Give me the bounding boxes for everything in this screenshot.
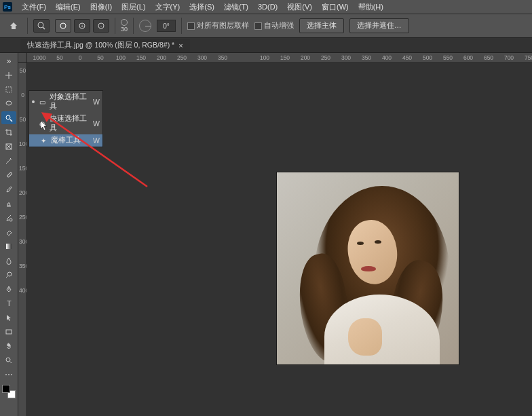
- marquee-tool[interactable]: [1, 83, 16, 96]
- menu-file[interactable]: 文件(F): [18, 1, 50, 14]
- menu-bar: Ps 文件(F) 编辑(E) 图像(I) 图层(L) 文字(Y) 选择(S) 滤…: [0, 0, 532, 14]
- select-subject-button[interactable]: 选择主体: [299, 18, 344, 33]
- flyout-shortcut: W: [93, 119, 100, 128]
- htick: 600: [463, 54, 473, 61]
- eraser-tool[interactable]: [1, 225, 16, 238]
- zoom-icon: [5, 356, 13, 364]
- color-swatches[interactable]: [2, 385, 16, 398]
- crop-icon: [5, 128, 13, 136]
- menu-select[interactable]: 选择(S): [185, 1, 218, 14]
- menu-window[interactable]: 窗口(W): [318, 1, 353, 14]
- menu-layer[interactable]: 图层(L): [117, 1, 149, 14]
- auto-enhance-label: 自动增强: [264, 21, 294, 29]
- hand-tool[interactable]: [1, 339, 16, 352]
- htick: 500: [423, 54, 432, 61]
- brush-icon: [5, 185, 13, 193]
- add-selection-button[interactable]: +: [74, 19, 90, 33]
- dodge-tool[interactable]: [1, 268, 16, 281]
- vtick: 200: [19, 191, 26, 196]
- tool-chevron[interactable]: »: [1, 54, 16, 67]
- canvas-image: [276, 172, 459, 365]
- htick: 150: [136, 54, 146, 61]
- canvas-workspace[interactable]: 1000 50 0 50 100 150 200 250 300 350 100…: [18, 53, 532, 416]
- stamp-icon: [5, 200, 13, 208]
- angle-input[interactable]: [157, 20, 176, 32]
- separator: [133, 18, 134, 34]
- svg-point-8: [6, 115, 10, 119]
- selection-mode-group: + -: [55, 19, 109, 33]
- new-selection-button[interactable]: [55, 19, 71, 33]
- eyedropper-icon: [5, 157, 13, 165]
- lasso-tool[interactable]: [1, 97, 16, 110]
- frame-tool[interactable]: [1, 140, 16, 153]
- htick: 400: [382, 54, 392, 61]
- type-tool[interactable]: T: [1, 297, 16, 309]
- brush-circle-icon: [121, 19, 128, 26]
- blur-tool[interactable]: [1, 254, 16, 267]
- menu-filter[interactable]: 滤镜(T): [220, 1, 252, 14]
- angle-dial[interactable]: [139, 20, 151, 32]
- quick-select-tool[interactable]: [1, 111, 16, 124]
- image-content: [348, 318, 382, 356]
- current-tool-icon[interactable]: [33, 19, 50, 33]
- svg-text:+: +: [81, 23, 84, 29]
- menu-view[interactable]: 视图(V): [283, 1, 316, 14]
- select-and-mask-button[interactable]: 选择并遮住…: [349, 18, 409, 33]
- htick: 650: [484, 54, 493, 61]
- document-tab[interactable]: 快速选择工具.jpg @ 100% (图层 0, RGB/8#) * ×: [20, 39, 190, 52]
- auto-enhance-checkbox[interactable]: 自动增强: [254, 21, 294, 31]
- image-content: [375, 240, 381, 244]
- brush-size-picker[interactable]: 30: [121, 19, 128, 33]
- toolbar-more[interactable]: ⋯: [1, 368, 16, 381]
- brush-add-icon: +: [78, 22, 86, 30]
- htick: 150: [280, 54, 290, 61]
- rect-icon: [5, 328, 13, 336]
- menu-image[interactable]: 图像(I): [86, 1, 116, 14]
- crop-tool[interactable]: [1, 126, 16, 138]
- zoom-tool[interactable]: [1, 354, 16, 366]
- vtick: 400: [19, 288, 26, 294]
- main-area: » T ⋯ 1000 50 0 50: [0, 53, 532, 416]
- menu-edit[interactable]: 编辑(E): [52, 1, 85, 14]
- subtract-selection-button[interactable]: -: [93, 19, 109, 33]
- type-icon: T: [5, 299, 13, 307]
- htick: 250: [321, 54, 330, 61]
- menu-type[interactable]: 文字(Y): [151, 1, 185, 14]
- htick: 100: [260, 54, 269, 61]
- bandage-icon: [5, 171, 13, 179]
- flyout-label: 对象选择工具: [50, 92, 90, 111]
- menu-help[interactable]: 帮助(H): [354, 1, 387, 14]
- history-brush-tool[interactable]: [1, 211, 16, 224]
- vtick: 50: [19, 117, 26, 123]
- htick: 750: [525, 54, 532, 61]
- htick: 450: [402, 54, 412, 61]
- healing-tool[interactable]: [1, 168, 16, 181]
- path-select-tool[interactable]: [1, 311, 16, 324]
- object-select-icon: ▭: [39, 97, 48, 107]
- flyout-object-selection[interactable]: ▭ 对象选择工具 W: [29, 91, 102, 113]
- checkbox-icon: [187, 22, 195, 30]
- flyout-magic-wand[interactable]: ✦ 魔棒工具 W: [29, 134, 102, 147]
- shape-tool[interactable]: [1, 325, 16, 338]
- move-tool[interactable]: [1, 69, 16, 81]
- separator: [27, 18, 28, 34]
- svg-rect-10: [7, 172, 12, 177]
- vtick: 300: [19, 240, 26, 245]
- pen-tool[interactable]: [1, 282, 16, 295]
- tab-close-button[interactable]: ×: [178, 41, 183, 50]
- sample-all-layers-checkbox[interactable]: 对所有图层取样: [187, 21, 249, 31]
- home-button[interactable]: [5, 18, 22, 34]
- home-icon: [9, 21, 18, 31]
- brush-new-icon: [59, 22, 67, 30]
- brush-tool[interactable]: [1, 183, 16, 195]
- droplet-icon: [5, 257, 13, 265]
- htick: 250: [177, 54, 187, 61]
- flyout-shortcut: W: [93, 98, 100, 106]
- eyedropper-tool[interactable]: [1, 154, 16, 167]
- clone-tool[interactable]: [1, 197, 16, 210]
- menu-3d[interactable]: 3D(D): [254, 1, 282, 12]
- gradient-tool[interactable]: [1, 240, 16, 252]
- htick: 300: [341, 54, 351, 61]
- htick: 200: [157, 54, 166, 61]
- svg-text:-: -: [100, 22, 102, 29]
